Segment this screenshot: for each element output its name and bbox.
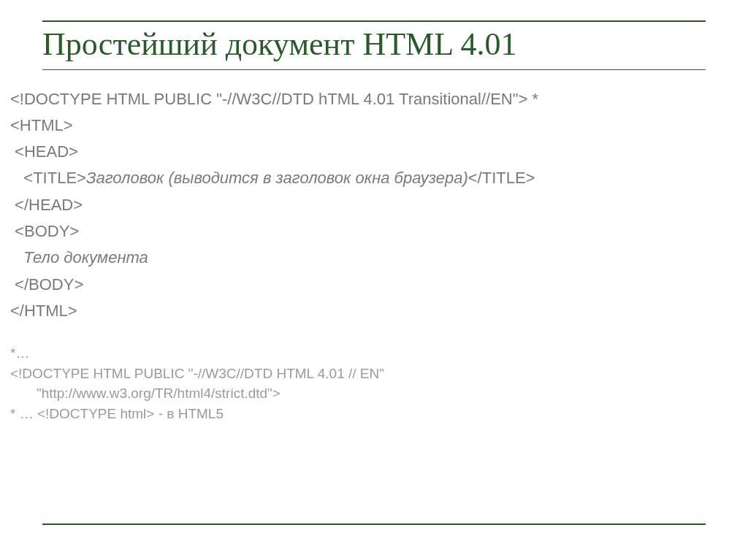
slide-title: Простейший документ HTML 4.01 [42,26,706,69]
title-block: Простейший документ HTML 4.01 [42,20,706,70]
code-line: <HTML> [10,112,728,139]
code-title-text: Заголовок (выводится в заголовок окна бр… [86,169,468,187]
code-line: </HEAD> [10,192,728,218]
title-rule-bottom [42,69,706,70]
code-line: <TITLE>Заголовок (выводится в заголовок … [10,165,728,191]
code-tag-close: </TITLE> [468,169,535,187]
code-tag-open: <TITLE> [10,169,86,187]
title-rule-top [42,20,706,22]
code-line: <!DOCTYPE HTML PUBLIC "-//W3C//DTD hTML … [10,86,728,112]
code-body-text: Тело документа [10,245,728,271]
footnote-line: *… [10,343,728,364]
code-line: <HEAD> [10,139,728,165]
footnote-block: *… <!DOCTYPE HTML PUBLIC "-//W3C//DTD HT… [10,343,728,423]
code-line: </HTML> [10,298,728,324]
code-line: </BODY> [10,272,728,298]
slide: Простейший документ HTML 4.01 <!DOCTYPE … [10,20,738,550]
footnote-line: "http://www.w3.org/TR/html4/strict.dtd"> [10,383,728,404]
footnote-line: * … <!DOCTYPE html> - в HTML5 [10,404,728,424]
footnote-line: <!DOCTYPE HTML PUBLIC "-//W3C//DTD HTML … [10,364,728,384]
slide-content: <!DOCTYPE HTML PUBLIC "-//W3C//DTD hTML … [10,82,738,424]
bottom-rule [42,523,706,525]
code-line: <BODY> [10,218,728,245]
